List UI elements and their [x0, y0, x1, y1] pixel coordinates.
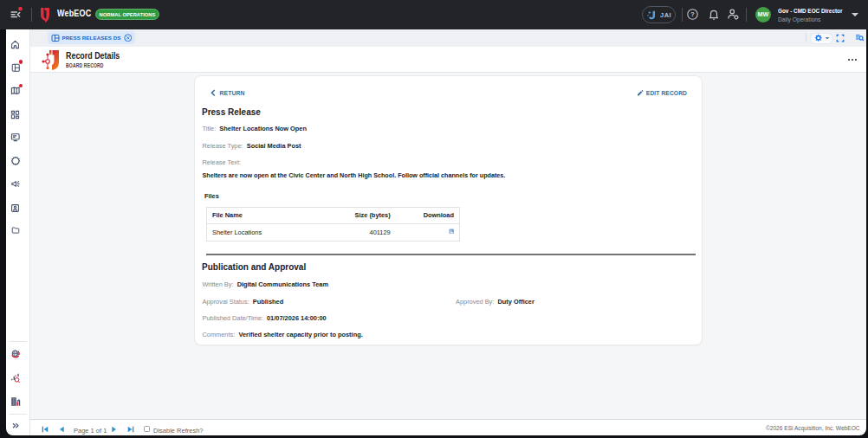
svg-text:?: ? [690, 10, 695, 18]
